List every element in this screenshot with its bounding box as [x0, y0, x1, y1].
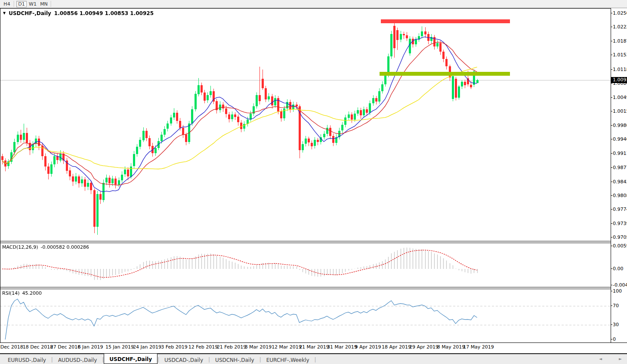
macd-tick-label: 0.00 — [613, 266, 624, 271]
date-tick-label: 17 May 2019 — [463, 344, 494, 350]
toolbar-divider — [51, 1, 52, 7]
chart-top-border — [0, 8, 611, 9]
date-tick-label: 15 Jan 2019 — [105, 344, 134, 350]
chart-dropdown-icon[interactable]: ▼ — [3, 11, 6, 15]
price-tick-label: 1.01180 — [613, 67, 627, 72]
price-tick-label: 0.99110 — [613, 151, 627, 156]
date-tick-label: 21 Mar 2019 — [299, 344, 329, 350]
toolbar-divider — [14, 1, 15, 7]
macd-tick-label: -0.00424 — [613, 282, 627, 288]
date-tick-label: 18 Dec 2018 — [23, 344, 53, 350]
macd-tick-label: 0.00597 — [613, 243, 627, 249]
date-tick-label: 12 Mar 2019 — [272, 344, 302, 350]
panel-splitter-rsi[interactable] — [0, 287, 611, 289]
date-tick-label: 27 Dec 2018 — [50, 344, 80, 350]
bid-price-badge: 1.00925 — [611, 77, 627, 83]
tab-eurchf-weekly[interactable]: EURCHF-,Weekly — [261, 355, 315, 364]
tab-separator: | — [315, 357, 316, 363]
price-tick-label: 0.98420 — [613, 179, 627, 185]
chart-tab-bar: EURUSD-,Daily|AUDUSD-,Daily|USDCHF-,Dail… — [0, 353, 627, 364]
price-tick-label: 0.98770 — [613, 165, 627, 170]
price-scale-border — [611, 8, 611, 342]
trading-terminal-window: H4D1W1MN ▼ USDCHF-,Daily 1.00856 1.00949… — [0, 0, 627, 364]
macd-panel-chart[interactable] — [0, 243, 611, 287]
date-tick-label: 3 Mar 2019 — [245, 344, 272, 350]
price-tick-label: 0.97050 — [613, 234, 627, 240]
date-tick-label: 6 Jan 2019 — [78, 344, 103, 350]
rsi-tick-label: 100 — [613, 288, 622, 294]
price-tick-label: 1.01870 — [613, 38, 627, 44]
price-tick-label: 1.00150 — [613, 108, 627, 114]
price-tick-label: 1.00490 — [613, 95, 627, 100]
rsi-tick-label: 30 — [613, 322, 619, 327]
price-tick-label: 0.97390 — [613, 221, 627, 226]
rsi-name: RSI(14) — [2, 290, 19, 296]
date-tick-label: 9 Apr 2019 — [355, 344, 381, 350]
price-tick-label: 1.01530 — [613, 52, 627, 58]
timeframe-toolbar: H4D1W1MN — [0, 0, 627, 8]
tab-scroll-left-icon[interactable]: ◄ — [599, 357, 602, 361]
panel-splitter-macd[interactable] — [0, 241, 611, 243]
date-tick-label: 31 Mar 2019 — [327, 344, 357, 350]
rsi-panel-chart[interactable] — [0, 289, 611, 342]
macd-indicator-label: MACD(12,26,9) -0.000582 0.000286 — [2, 244, 89, 250]
date-tick-label: 21 Feb 2019 — [217, 344, 246, 350]
price-tick-label: 0.98080 — [613, 193, 627, 198]
timeframe-button-h4[interactable]: H4 — [2, 1, 12, 7]
date-tick-label: 8 May 2019 — [437, 344, 465, 350]
chart-ohlc-quote: 1.00856 1.00949 1.00853 1.00925 — [54, 10, 154, 16]
rsi-value: 45.2000 — [22, 290, 42, 296]
price-tick-label: 0.99460 — [613, 136, 627, 142]
timeframe-button-w1[interactable]: W1 — [28, 1, 38, 7]
tab-audusd-daily[interactable]: AUDUSD-,Daily — [53, 355, 102, 364]
date-tick-label: 18 Apr 2019 — [382, 344, 411, 350]
main-price-chart[interactable] — [0, 9, 611, 241]
chart-title: ▼ USDCHF-,Daily 1.00856 1.00949 1.00853 … — [3, 10, 154, 16]
rsi-tick-label: 0 — [613, 336, 616, 342]
timeframe-button-d1[interactable]: D1 — [16, 1, 27, 7]
timeframe-button-mn[interactable]: MN — [39, 1, 49, 7]
chart-symbol-period: USDCHF-,Daily — [9, 10, 51, 16]
tab-scroll-right-icon[interactable]: ► — [619, 357, 622, 361]
price-tick-label: 1.02560 — [613, 10, 627, 16]
tab-eurusd-daily[interactable]: EURUSD-,Daily — [3, 355, 51, 364]
price-tick-label: 0.97740 — [613, 207, 627, 212]
tab-usdcad-daily[interactable]: USDCAD-,Daily — [159, 355, 208, 364]
tab-usdcnh-daily[interactable]: USDCNH-,Daily — [210, 355, 259, 364]
macd-values: -0.000582 0.000286 — [41, 244, 89, 250]
rsi-tick-label: 70 — [613, 303, 619, 308]
date-tick-label: 29 Apr 2019 — [409, 344, 439, 350]
date-tick-label: 3 Feb 2019 — [161, 344, 187, 350]
price-tick-label: 0.99800 — [613, 123, 627, 128]
date-tick-label: 12 Feb 2019 — [188, 344, 218, 350]
date-tick-label: 9 Dec 2018 — [0, 344, 23, 350]
date-tick-label: 24 Jan 2019 — [133, 344, 161, 350]
chart-left-border — [0, 8, 0, 342]
macd-name: MACD(12,26,9) — [2, 244, 38, 250]
rsi-indicator-label: RSI(14) 45.2000 — [2, 290, 42, 296]
price-tick-label: 1.02220 — [613, 24, 627, 30]
tab-usdchf-daily[interactable]: USDCHF-,Daily — [104, 353, 158, 364]
